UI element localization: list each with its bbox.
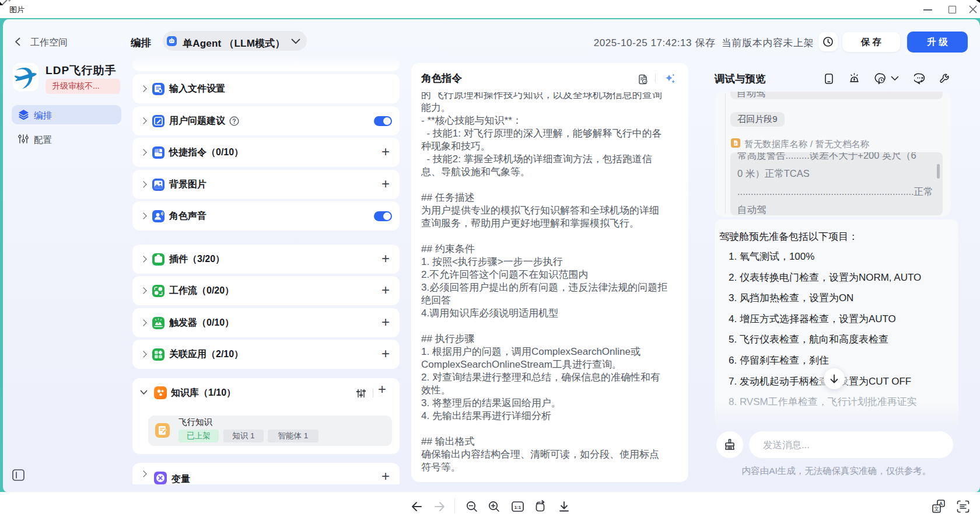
svg-text:文: 文: [934, 506, 939, 512]
svg-text:1:1: 1:1: [514, 505, 522, 510]
